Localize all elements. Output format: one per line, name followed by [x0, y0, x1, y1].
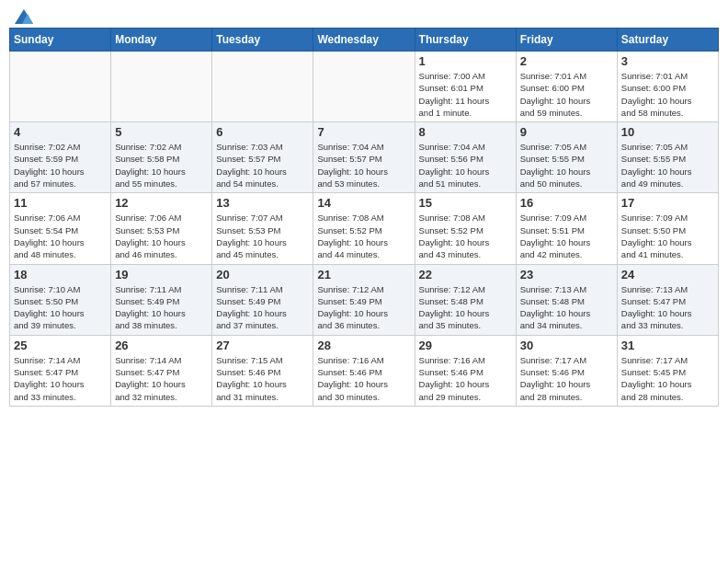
calendar-cell: 24Sunrise: 7:13 AM Sunset: 5:47 PM Dayli… [617, 264, 718, 335]
day-number: 1 [419, 54, 512, 68]
calendar-cell: 21Sunrise: 7:12 AM Sunset: 5:49 PM Dayli… [313, 264, 415, 335]
day-info: Sunrise: 7:13 AM Sunset: 5:48 PM Dayligh… [520, 283, 613, 332]
day-info: Sunrise: 7:15 AM Sunset: 5:46 PM Dayligh… [216, 354, 309, 403]
day-header-thursday: Thursday [415, 29, 516, 52]
day-info: Sunrise: 7:01 AM Sunset: 6:00 PM Dayligh… [520, 70, 613, 119]
calendar-cell [111, 52, 212, 122]
day-info: Sunrise: 7:00 AM Sunset: 6:01 PM Dayligh… [419, 70, 512, 119]
calendar-cell: 19Sunrise: 7:11 AM Sunset: 5:49 PM Dayli… [111, 264, 212, 335]
day-info: Sunrise: 7:03 AM Sunset: 5:57 PM Dayligh… [216, 141, 309, 190]
day-number: 10 [621, 125, 714, 139]
day-info: Sunrise: 7:10 AM Sunset: 5:50 PM Dayligh… [14, 283, 107, 332]
calendar-cell: 28Sunrise: 7:16 AM Sunset: 5:46 PM Dayli… [313, 335, 415, 406]
day-info: Sunrise: 7:02 AM Sunset: 5:59 PM Dayligh… [14, 141, 107, 190]
day-number: 7 [317, 125, 410, 139]
day-number: 19 [115, 268, 208, 282]
day-number: 22 [419, 268, 512, 282]
day-number: 26 [115, 339, 208, 352]
day-info: Sunrise: 7:08 AM Sunset: 5:52 PM Dayligh… [419, 212, 512, 260]
day-number: 28 [317, 339, 410, 352]
day-number: 20 [216, 268, 309, 282]
day-header-tuesday: Tuesday [212, 29, 313, 52]
day-number: 4 [14, 125, 107, 139]
calendar-header-row: SundayMondayTuesdayWednesdayThursdayFrid… [10, 29, 719, 52]
day-header-sunday: Sunday [10, 29, 111, 52]
day-number: 9 [520, 125, 613, 139]
day-number: 5 [115, 125, 208, 139]
day-number: 23 [520, 268, 613, 282]
day-header-saturday: Saturday [617, 29, 718, 52]
day-info: Sunrise: 7:11 AM Sunset: 5:49 PM Dayligh… [115, 283, 208, 332]
day-info: Sunrise: 7:12 AM Sunset: 5:49 PM Dayligh… [317, 283, 410, 332]
day-number: 13 [216, 196, 309, 210]
calendar-cell: 9Sunrise: 7:05 AM Sunset: 5:55 PM Daylig… [516, 122, 617, 193]
calendar-cell: 16Sunrise: 7:09 AM Sunset: 5:51 PM Dayli… [516, 193, 617, 264]
day-number: 27 [216, 339, 309, 352]
day-info: Sunrise: 7:09 AM Sunset: 5:50 PM Dayligh… [621, 212, 714, 260]
calendar-cell: 12Sunrise: 7:06 AM Sunset: 5:53 PM Dayli… [111, 193, 212, 264]
calendar-cell: 30Sunrise: 7:17 AM Sunset: 5:46 PM Dayli… [516, 335, 617, 406]
page-header [9, 9, 719, 20]
day-info: Sunrise: 7:13 AM Sunset: 5:47 PM Dayligh… [621, 283, 714, 332]
calendar-cell: 1Sunrise: 7:00 AM Sunset: 6:01 PM Daylig… [415, 52, 516, 122]
day-info: Sunrise: 7:08 AM Sunset: 5:52 PM Dayligh… [317, 212, 410, 260]
day-header-monday: Monday [111, 29, 212, 52]
day-info: Sunrise: 7:14 AM Sunset: 5:47 PM Dayligh… [115, 354, 208, 403]
day-info: Sunrise: 7:01 AM Sunset: 6:00 PM Dayligh… [621, 70, 714, 119]
day-info: Sunrise: 7:09 AM Sunset: 5:51 PM Dayligh… [520, 212, 613, 260]
day-number: 21 [317, 268, 410, 282]
day-number: 18 [14, 268, 107, 282]
day-number: 31 [621, 339, 714, 352]
calendar-cell: 11Sunrise: 7:06 AM Sunset: 5:54 PM Dayli… [10, 193, 111, 264]
calendar-cell: 20Sunrise: 7:11 AM Sunset: 5:49 PM Dayli… [212, 264, 313, 335]
day-number: 8 [419, 125, 512, 139]
calendar-cell: 8Sunrise: 7:04 AM Sunset: 5:56 PM Daylig… [415, 122, 516, 193]
calendar-cell: 6Sunrise: 7:03 AM Sunset: 5:57 PM Daylig… [212, 122, 313, 193]
day-info: Sunrise: 7:02 AM Sunset: 5:58 PM Dayligh… [115, 141, 208, 190]
day-info: Sunrise: 7:16 AM Sunset: 5:46 PM Dayligh… [317, 354, 410, 403]
day-number: 3 [621, 54, 714, 68]
day-info: Sunrise: 7:05 AM Sunset: 5:55 PM Dayligh… [621, 141, 714, 190]
day-number: 24 [621, 268, 714, 282]
calendar-cell: 25Sunrise: 7:14 AM Sunset: 5:47 PM Dayli… [10, 335, 111, 406]
day-number: 16 [520, 196, 613, 210]
calendar-week-3: 11Sunrise: 7:06 AM Sunset: 5:54 PM Dayli… [10, 193, 719, 264]
calendar-cell: 13Sunrise: 7:07 AM Sunset: 5:53 PM Dayli… [212, 193, 313, 264]
day-number: 29 [419, 339, 512, 352]
calendar-cell: 23Sunrise: 7:13 AM Sunset: 5:48 PM Dayli… [516, 264, 617, 335]
day-number: 14 [317, 196, 410, 210]
day-number: 12 [115, 196, 208, 210]
day-info: Sunrise: 7:12 AM Sunset: 5:48 PM Dayligh… [419, 283, 512, 332]
day-info: Sunrise: 7:17 AM Sunset: 5:45 PM Dayligh… [621, 354, 714, 403]
logo [13, 9, 33, 20]
calendar-cell: 26Sunrise: 7:14 AM Sunset: 5:47 PM Dayli… [111, 335, 212, 406]
day-number: 25 [14, 339, 107, 352]
calendar-cell: 14Sunrise: 7:08 AM Sunset: 5:52 PM Dayli… [313, 193, 415, 264]
calendar-cell: 2Sunrise: 7:01 AM Sunset: 6:00 PM Daylig… [516, 52, 617, 122]
day-number: 6 [216, 125, 309, 139]
calendar-week-2: 4Sunrise: 7:02 AM Sunset: 5:59 PM Daylig… [10, 122, 719, 193]
calendar-cell: 5Sunrise: 7:02 AM Sunset: 5:58 PM Daylig… [111, 122, 212, 193]
day-number: 17 [621, 196, 714, 210]
day-info: Sunrise: 7:06 AM Sunset: 5:54 PM Dayligh… [14, 212, 107, 260]
calendar-cell: 4Sunrise: 7:02 AM Sunset: 5:59 PM Daylig… [10, 122, 111, 193]
day-number: 11 [14, 196, 107, 210]
day-number: 2 [520, 54, 613, 68]
day-header-friday: Friday [516, 29, 617, 52]
calendar-week-4: 18Sunrise: 7:10 AM Sunset: 5:50 PM Dayli… [10, 264, 719, 335]
calendar-cell: 18Sunrise: 7:10 AM Sunset: 5:50 PM Dayli… [10, 264, 111, 335]
day-info: Sunrise: 7:16 AM Sunset: 5:46 PM Dayligh… [419, 354, 512, 403]
calendar-cell: 29Sunrise: 7:16 AM Sunset: 5:46 PM Dayli… [415, 335, 516, 406]
calendar-cell: 31Sunrise: 7:17 AM Sunset: 5:45 PM Dayli… [617, 335, 718, 406]
day-info: Sunrise: 7:17 AM Sunset: 5:46 PM Dayligh… [520, 354, 613, 403]
calendar-cell [10, 52, 111, 122]
day-info: Sunrise: 7:04 AM Sunset: 5:57 PM Dayligh… [317, 141, 410, 190]
day-info: Sunrise: 7:11 AM Sunset: 5:49 PM Dayligh… [216, 283, 309, 332]
calendar-cell: 7Sunrise: 7:04 AM Sunset: 5:57 PM Daylig… [313, 122, 415, 193]
calendar-cell [313, 52, 415, 122]
calendar-cell: 17Sunrise: 7:09 AM Sunset: 5:50 PM Dayli… [617, 193, 718, 264]
day-info: Sunrise: 7:07 AM Sunset: 5:53 PM Dayligh… [216, 212, 309, 260]
calendar-cell: 27Sunrise: 7:15 AM Sunset: 5:46 PM Dayli… [212, 335, 313, 406]
calendar-week-5: 25Sunrise: 7:14 AM Sunset: 5:47 PM Dayli… [10, 335, 719, 406]
calendar-table: SundayMondayTuesdayWednesdayThursdayFrid… [9, 28, 719, 407]
